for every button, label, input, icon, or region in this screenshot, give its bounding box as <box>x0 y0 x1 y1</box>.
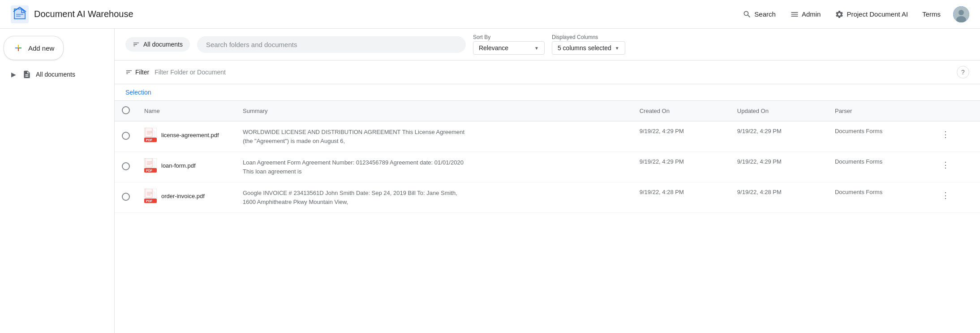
row-updated-on-cell: 9/19/22, 4:29 PM <box>730 152 828 182</box>
selection-bar: Selection <box>115 84 980 101</box>
summary-text: Google INVOICE # 23413561D John Smith Da… <box>243 189 467 206</box>
row-checkbox[interactable] <box>122 132 130 140</box>
sort-by-dropdown: Sort By Relevance ▼ <box>473 34 545 55</box>
row-created-on-cell: 9/19/22, 4:29 PM <box>632 121 730 152</box>
columns-select[interactable]: 5 columns selected ▼ <box>552 41 625 55</box>
search-box[interactable]: Search folders and documents <box>197 36 466 53</box>
file-name[interactable]: loan-form.pdf <box>161 162 196 169</box>
columns-label: Displayed Columns <box>552 34 625 40</box>
documents-table: Name Summary Created On Updated On Parse… <box>115 101 980 213</box>
filter-input[interactable]: Filter Folder or Document <box>155 69 951 76</box>
terms-nav-button[interactable]: Terms <box>920 7 942 22</box>
columns-chevron-icon: ▼ <box>615 46 619 51</box>
toolbar: All documents Search folders and documen… <box>115 29 980 61</box>
admin-nav-button[interactable]: Admin <box>788 6 823 22</box>
col-actions <box>931 101 980 121</box>
svg-text:PDF: PDF <box>146 138 153 142</box>
content-area: All documents Search folders and documen… <box>115 29 980 333</box>
add-new-button[interactable]: Add new <box>4 36 64 60</box>
file-name[interactable]: license-agreement.pdf <box>161 132 219 138</box>
col-checkbox <box>115 101 137 121</box>
row-summary-cell: Loan Agreement Form Agreement Number: 01… <box>236 152 632 182</box>
row-checkbox-cell <box>115 182 137 213</box>
svg-rect-11 <box>145 128 152 137</box>
row-checkbox[interactable] <box>122 162 130 170</box>
selection-label[interactable]: Selection <box>125 89 151 96</box>
row-checkbox-cell <box>115 152 137 182</box>
admin-nav-label: Admin <box>802 10 821 18</box>
row-actions-cell: ⋮ <box>931 152 980 182</box>
all-documents-filter-button[interactable]: All documents <box>125 37 190 52</box>
project-nav-label: Project Document AI <box>847 10 908 18</box>
select-all-checkbox[interactable] <box>122 106 130 114</box>
app-title: Document AI Warehouse <box>34 9 133 19</box>
parser-value: Documents Forms <box>835 128 882 134</box>
document-icon <box>22 70 31 79</box>
svg-rect-25 <box>145 189 152 198</box>
logo-area: Document AI Warehouse <box>11 5 741 23</box>
svg-rect-18 <box>145 158 152 167</box>
row-updated-on-cell: 9/19/22, 4:28 PM <box>730 182 828 213</box>
sort-by-value: Relevance <box>479 44 508 52</box>
filter-placeholder: Filter Folder or Document <box>155 69 226 76</box>
table-row[interactable]: PDF order-invoice.pdf Google INVOICE # 2… <box>115 182 980 213</box>
filter-icon <box>125 69 133 76</box>
svg-text:PDF: PDF <box>146 169 153 172</box>
col-created-on: Created On <box>632 101 730 121</box>
row-parser-cell: Documents Forms <box>828 152 931 182</box>
filter-label: Filter <box>135 69 149 76</box>
plus-icon <box>13 43 24 53</box>
parser-value: Documents Forms <box>835 189 882 195</box>
created-on-date: 9/19/22, 4:28 PM <box>640 189 684 195</box>
displayed-columns-dropdown: Displayed Columns 5 columns selected ▼ <box>552 34 625 55</box>
pdf-icon: PDF <box>144 128 157 142</box>
row-actions-cell: ⋮ <box>931 121 980 152</box>
sidebar-all-docs-label: All documents <box>36 71 75 78</box>
table-header: Name Summary Created On Updated On Parse… <box>115 101 980 121</box>
columns-value: 5 columns selected <box>558 44 611 52</box>
add-new-label: Add new <box>28 44 54 52</box>
row-summary-cell: Google INVOICE # 23413561D John Smith Da… <box>236 182 632 213</box>
row-created-on-cell: 9/19/22, 4:29 PM <box>632 152 730 182</box>
created-on-date: 9/19/22, 4:29 PM <box>640 158 684 165</box>
row-name-cell: PDF loan-form.pdf <box>137 152 236 182</box>
summary-text: WORLDWIDE LICENSE AND DISTRIBUTION AGREE… <box>243 128 467 145</box>
row-summary-cell: WORLDWIDE LICENSE AND DISTRIBUTION AGREE… <box>236 121 632 152</box>
filter-bar: Filter Filter Folder or Document ? <box>115 61 980 84</box>
row-parser-cell: Documents Forms <box>828 182 931 213</box>
sort-by-select[interactable]: Relevance ▼ <box>473 41 545 55</box>
updated-on-date: 9/19/22, 4:28 PM <box>737 189 782 195</box>
expand-icon: ▶ <box>9 70 18 79</box>
row-more-button[interactable]: ⋮ <box>938 128 953 141</box>
search-placeholder: Search folders and documents <box>206 41 297 48</box>
col-name: Name <box>137 101 236 121</box>
sidebar-item-all-documents[interactable]: ▶ All documents <box>4 65 107 83</box>
row-more-button[interactable]: ⋮ <box>938 158 953 172</box>
parser-value: Documents Forms <box>835 158 882 165</box>
filter-button[interactable]: Filter <box>125 69 149 76</box>
row-created-on-cell: 9/19/22, 4:28 PM <box>632 182 730 213</box>
updated-on-date: 9/19/22, 4:29 PM <box>737 158 782 165</box>
row-actions-cell: ⋮ <box>931 182 980 213</box>
row-name-cell: PDF order-invoice.pdf <box>137 182 236 213</box>
nav-actions: Search Admin Project Document AI Terms <box>741 6 969 22</box>
row-name-cell: PDF license-agreement.pdf <box>137 121 236 152</box>
table-row[interactable]: PDF loan-form.pdf Loan Agreement Form Ag… <box>115 152 980 182</box>
avatar[interactable] <box>953 6 969 22</box>
help-button[interactable]: ? <box>957 66 969 78</box>
search-icon <box>743 10 752 19</box>
sidebar: Add new ▶ All documents <box>0 29 115 333</box>
pdf-icon: PDF <box>144 158 157 173</box>
file-name[interactable]: order-invoice.pdf <box>161 193 205 199</box>
gear-icon <box>835 10 844 19</box>
row-more-button[interactable]: ⋮ <box>938 189 953 202</box>
search-nav-button[interactable]: Search <box>741 6 778 22</box>
svg-text:PDF: PDF <box>146 199 153 203</box>
terms-nav-label: Terms <box>922 10 941 18</box>
row-checkbox[interactable] <box>122 193 130 201</box>
search-nav-label: Search <box>754 10 776 18</box>
project-nav-button[interactable]: Project Document AI <box>833 6 910 22</box>
sort-by-label: Sort By <box>473 34 545 40</box>
table-container: Name Summary Created On Updated On Parse… <box>115 101 980 333</box>
table-row[interactable]: PDF license-agreement.pdf WORLDWIDE LICE… <box>115 121 980 152</box>
